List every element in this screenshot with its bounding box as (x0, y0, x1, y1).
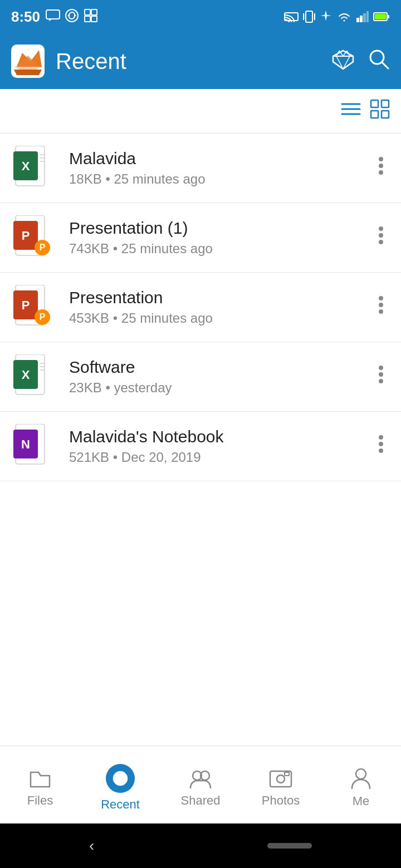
app-title: Recent (56, 49, 332, 74)
diamond-icon[interactable] (332, 48, 354, 75)
search-icon[interactable] (368, 48, 390, 75)
file-more-button[interactable] (372, 219, 390, 257)
nav-item-recent[interactable]: Recent (80, 758, 160, 812)
svg-marker-2 (67, 14, 70, 17)
svg-rect-19 (375, 14, 386, 19)
svg-rect-6 (85, 16, 90, 22)
svg-rect-18 (387, 15, 389, 18)
svg-rect-34 (371, 100, 378, 107)
svg-rect-15 (363, 13, 366, 22)
files-icon (28, 768, 52, 789)
svg-rect-4 (85, 9, 90, 15)
nav-item-photos[interactable]: Photos (241, 762, 321, 808)
svg-text:P: P (22, 298, 30, 312)
grid-view-icon[interactable] (370, 99, 390, 124)
file-name: Software (69, 358, 372, 377)
file-meta: 743KB • 25 minutes ago (69, 241, 372, 257)
file-meta: 453KB • 25 minutes ago (69, 310, 372, 326)
svg-marker-12 (320, 11, 331, 21)
shared-icon (188, 768, 213, 789)
svg-point-54 (379, 240, 383, 244)
svg-text:P: P (40, 243, 46, 252)
file-more-button[interactable] (372, 358, 390, 396)
svg-text:P: P (40, 312, 46, 322)
svg-rect-16 (366, 11, 369, 22)
svg-marker-21 (333, 51, 353, 69)
sync-icon (65, 8, 79, 26)
svg-rect-7 (91, 16, 97, 22)
status-right-icons (284, 9, 390, 24)
svg-point-71 (379, 379, 383, 383)
photos-icon (269, 768, 292, 789)
file-item[interactable]: X Software 23KB • yesterday (0, 342, 401, 412)
svg-point-69 (379, 366, 383, 370)
svg-rect-35 (382, 100, 389, 107)
svg-point-53 (379, 233, 383, 238)
toolbar (0, 89, 401, 134)
file-item[interactable]: P P Presentation (1) 743KB • 25 minutes … (0, 203, 401, 273)
file-icon-onenote: N (11, 424, 56, 468)
svg-point-52 (379, 226, 383, 231)
app-bar: Recent (0, 33, 401, 89)
bottom-nav: Files Recent Shared Photos (0, 746, 401, 823)
file-item[interactable]: P P Presentation 453KB • 25 minutes ago (0, 273, 401, 342)
file-more-button[interactable] (372, 288, 390, 326)
status-time: 8:50 (11, 8, 40, 26)
svg-point-75 (379, 435, 383, 440)
file-name: Presentation (69, 288, 372, 307)
file-name: Malavida's Notebook (69, 427, 372, 446)
file-meta: 18KB • 25 minutes ago (69, 171, 372, 187)
file-item[interactable]: X Malavida 18KB • 25 minutes ago (0, 134, 401, 203)
svg-rect-83 (270, 771, 291, 787)
svg-point-46 (379, 170, 383, 175)
file-icon-ppt-2: P P (11, 285, 56, 329)
nav-label-me: Me (353, 794, 370, 808)
svg-text:P: P (22, 229, 30, 243)
svg-line-30 (382, 62, 388, 68)
svg-point-76 (379, 442, 383, 446)
file-meta: 521KB • Dec 20, 2019 (69, 450, 372, 465)
svg-point-45 (379, 164, 383, 168)
svg-text:N: N (21, 437, 30, 451)
svg-point-77 (379, 448, 383, 453)
nav-item-files[interactable]: Files (0, 762, 80, 808)
svg-point-62 (379, 309, 383, 314)
nav-label-photos: Photos (262, 793, 300, 808)
file-item[interactable]: N Malavida's Notebook 521KB • Dec 20, 20… (0, 412, 401, 481)
nav-label-shared: Shared (181, 793, 221, 808)
svg-text:X: X (22, 368, 30, 382)
svg-point-61 (379, 303, 383, 307)
svg-rect-37 (382, 111, 389, 118)
back-button[interactable]: ‹ (89, 837, 94, 855)
file-name: Presentation (1) (69, 219, 372, 238)
list-view-icon[interactable] (341, 101, 361, 121)
svg-rect-5 (91, 9, 97, 15)
app-icon (84, 8, 98, 26)
svg-rect-9 (306, 11, 312, 22)
file-name: Malavida (69, 149, 372, 168)
message-icon (46, 9, 60, 24)
nav-label-files: Files (27, 793, 53, 808)
nav-item-shared[interactable]: Shared (160, 762, 241, 808)
me-icon (351, 767, 371, 790)
svg-marker-3 (74, 14, 76, 17)
svg-rect-13 (356, 18, 359, 22)
file-meta: 23KB • yesterday (69, 380, 372, 396)
svg-point-86 (356, 769, 366, 779)
nav-item-me[interactable]: Me (321, 762, 401, 808)
svg-point-84 (277, 775, 285, 783)
svg-rect-0 (46, 10, 60, 19)
svg-rect-14 (360, 16, 363, 22)
system-nav-bar: ‹ (0, 823, 401, 868)
file-icon-excel-2: X (11, 354, 56, 399)
file-list: X Malavida 18KB • 25 minutes ago P (0, 134, 401, 746)
recent-icon (106, 764, 135, 793)
file-icon-excel-1: X (11, 146, 56, 190)
svg-point-60 (379, 296, 383, 300)
svg-point-70 (379, 372, 383, 377)
file-more-button[interactable] (372, 149, 390, 187)
svg-text:X: X (22, 159, 30, 173)
app-logo (11, 45, 45, 78)
home-pill[interactable] (267, 843, 312, 849)
file-more-button[interactable] (372, 427, 390, 465)
